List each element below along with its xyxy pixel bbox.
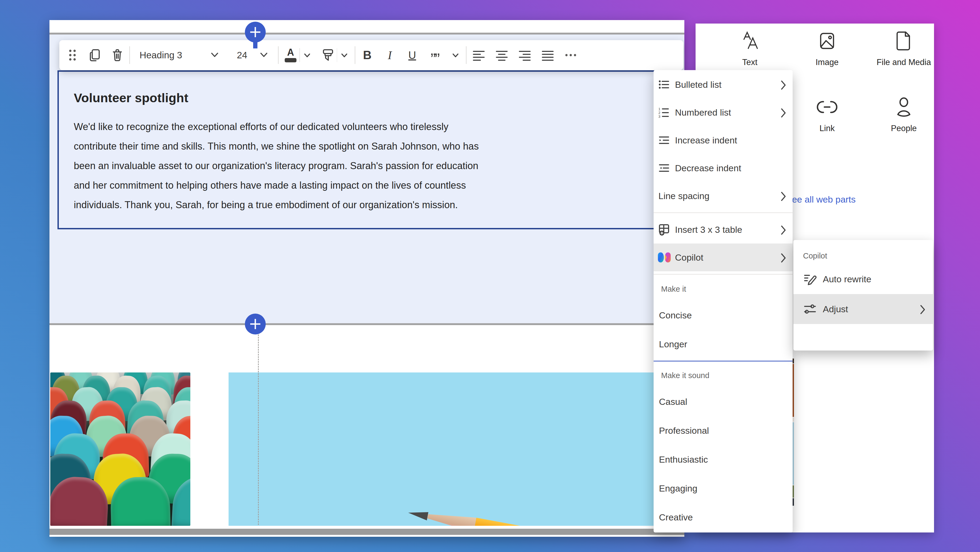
see-all-web-parts-link[interactable]: See all web parts (786, 194, 856, 205)
submenu-item-adjust[interactable]: Adjust (794, 294, 933, 324)
chevron-right-icon (780, 107, 787, 118)
delete-button[interactable] (111, 45, 124, 66)
chairs-image[interactable] (50, 372, 190, 526)
italic-button[interactable]: I (383, 45, 396, 66)
add-section-button-mid[interactable] (245, 314, 266, 335)
webpart-file-and-media[interactable]: File and Media (872, 30, 936, 67)
paragraph-style-dropdown[interactable]: Heading 3 (135, 45, 223, 66)
chevron-down-icon (259, 51, 268, 59)
paragraph-style-value: Heading 3 (140, 50, 182, 61)
menu-item-casual[interactable]: Casual (654, 387, 792, 416)
bold-button[interactable]: B (361, 45, 374, 66)
menu-item-longer[interactable]: Longer (654, 330, 792, 359)
toolbar-divider (129, 46, 130, 64)
font-size-dropdown[interactable]: 24 (232, 45, 273, 66)
chevron-right-icon (780, 191, 787, 201)
menu-item-line-spacing[interactable]: Line spacing (654, 182, 792, 210)
chevron-right-icon (780, 225, 787, 235)
copilot-logo-icon (658, 250, 671, 264)
webpart-people[interactable]: People (872, 96, 936, 133)
toolbar-divider (355, 46, 355, 64)
plus-stem (253, 41, 258, 48)
menu-item-numbered-list[interactable]: 123Numbered list (654, 99, 792, 126)
add-section-button-top[interactable] (245, 22, 266, 43)
chevron-down-icon (210, 51, 219, 59)
menu-item-professional[interactable]: Professional (654, 416, 792, 445)
numbered-list-icon: 123 (658, 107, 671, 118)
copilot-submenu: Copilot Auto rewriteAdjust (794, 240, 933, 351)
text-webpart-icon (718, 30, 782, 52)
adjust-sliders-icon (803, 303, 819, 316)
chevron-right-icon (919, 304, 926, 314)
text-options-menu-button[interactable] (450, 45, 461, 66)
desktop-background: Volunteer spotlight We'd like to recogni… (0, 0, 980, 552)
duplicate-button[interactable] (88, 45, 102, 66)
bulleted-list-icon (658, 79, 671, 90)
formatting-toolbar: Heading 3 24 A B I U ”” (59, 40, 683, 70)
people-webpart-icon (872, 96, 936, 118)
auto-rewrite-icon (803, 273, 819, 286)
menu-item-copilot[interactable]: Copilot (654, 244, 792, 271)
submenu-item-auto-rewrite[interactable]: Auto rewrite (794, 264, 933, 294)
toolbar-divider (278, 46, 278, 64)
menu-divider (654, 274, 792, 274)
webpart-link[interactable]: Link (795, 96, 859, 133)
menu-section-header: Make it sound (654, 364, 792, 387)
chair-back (171, 475, 190, 526)
font-size-value: 24 (237, 50, 247, 61)
highlight-menu-button[interactable] (339, 45, 349, 66)
webpart-text[interactable]: Text (718, 30, 782, 67)
align-justify-button[interactable] (541, 45, 555, 66)
menu-item-enthusiastic[interactable]: Enthusiastic (654, 445, 792, 474)
decrease-indent-icon (658, 163, 671, 173)
underline-button[interactable]: U (406, 45, 419, 66)
drag-handle[interactable] (66, 45, 79, 66)
align-right-button[interactable] (518, 45, 532, 66)
menu-item-creative[interactable]: Creative (654, 503, 792, 532)
menu-item-engaging[interactable]: Engaging (654, 474, 792, 503)
pencil-wood (426, 509, 476, 526)
align-center-button[interactable] (495, 45, 509, 66)
more-options-button[interactable] (564, 45, 578, 66)
pencil-shaft (474, 518, 658, 526)
menu-item-decrease-indent[interactable]: Decrease indent (654, 154, 792, 182)
webpart-image[interactable]: Image (795, 30, 859, 67)
image-webpart-icon (795, 30, 859, 52)
chair-back (50, 475, 109, 526)
text-webpart-heading: Volunteer spotlight (74, 91, 641, 105)
text-webpart-body: We'd like to recognize the exceptional e… (74, 117, 641, 215)
align-left-button[interactable] (472, 45, 486, 66)
menu-divider-blue (654, 361, 792, 362)
chair-row (50, 477, 190, 526)
chevron-right-icon (780, 80, 787, 89)
font-color-icon: A (285, 48, 296, 62)
section-divider-mid (49, 323, 684, 325)
menu-item-increase-indent[interactable]: Increase indent (654, 126, 792, 154)
font-color-menu-button[interactable] (302, 45, 312, 66)
pencil-image[interactable] (229, 372, 658, 526)
link-webpart-icon (795, 96, 859, 118)
svg-text:3: 3 (659, 115, 660, 118)
table-add-icon (658, 223, 671, 236)
file-webpart-icon (872, 30, 936, 52)
menu-item-insert-3-x-3-table[interactable]: Insert 3 x 3 table (654, 216, 792, 244)
quote-button[interactable]: ”” (428, 45, 441, 66)
menu-divider (654, 212, 792, 213)
column-divider-dashed (258, 335, 259, 525)
menu-item-concise[interactable]: Concise (654, 301, 792, 330)
svg-text:2: 2 (659, 111, 660, 115)
text-webpart[interactable]: Volunteer spotlight We'd like to recogni… (57, 70, 657, 229)
context-menu: Bulleted list123Numbered listIncrease in… (654, 70, 792, 533)
pencil-lead (407, 505, 429, 523)
chair-back (110, 476, 171, 526)
highlight-button[interactable] (321, 45, 335, 66)
svg-text:1: 1 (659, 107, 660, 111)
horizontal-scrollbar[interactable] (49, 529, 684, 535)
menu-section-header: Make it (654, 277, 792, 301)
section-divider-top (49, 33, 684, 35)
menu-item-bulleted-list[interactable]: Bulleted list (654, 71, 792, 99)
toolbar-divider (466, 46, 466, 64)
copilot-submenu-title: Copilot (794, 247, 933, 264)
font-color-button[interactable]: A (284, 45, 297, 66)
chevron-right-icon (780, 252, 787, 263)
